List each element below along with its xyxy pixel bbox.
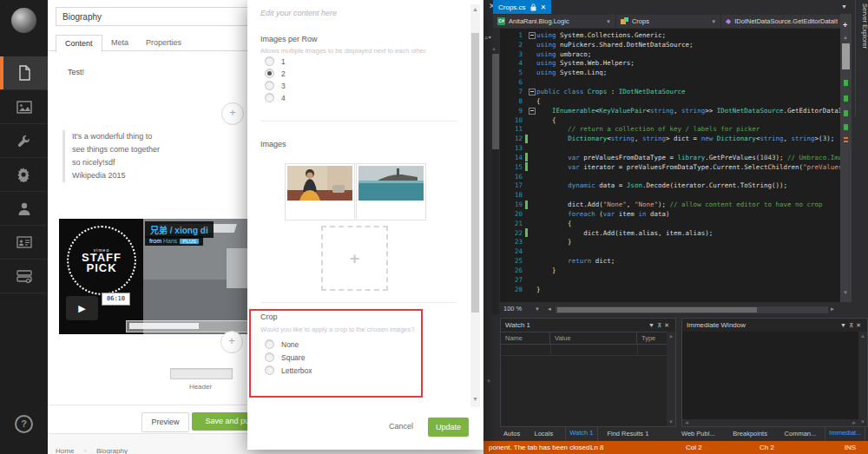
image-thumbnail-coast[interactable]	[356, 163, 426, 220]
code-line[interactable]: 15 var iterator = preValuesFromDataType.…	[500, 162, 840, 172]
editor-scrollbar-thumb[interactable]	[842, 43, 850, 69]
sidebar-item-content[interactable]	[0, 56, 48, 90]
code-line[interactable]: 14 var preValuesFromDataType = library.G…	[500, 153, 840, 162]
close-icon[interactable]: ✕	[664, 322, 672, 328]
sidebar-item-media[interactable]	[0, 90, 48, 124]
code-line[interactable]: 12 Dictionary<string, string> dict = new…	[500, 134, 840, 143]
scroll-right-icon[interactable]: ►	[852, 420, 857, 425]
project-dropdown[interactable]: C# AnitaRani.Blog.Logic ▼	[493, 15, 616, 28]
code-line[interactable]: 8{	[500, 96, 840, 106]
cancel-button[interactable]: Cancel	[389, 422, 413, 431]
radio-icon[interactable]	[265, 365, 274, 375]
scroll-up-icon[interactable]: ▲	[860, 333, 865, 339]
scroll-down-icon[interactable]: ▼	[860, 419, 865, 424]
video-author[interactable]: Hans	[163, 238, 177, 244]
tool-tab-watch-1[interactable]: Watch 1	[565, 427, 597, 442]
class-dropdown[interactable]: Crops ▼	[616, 15, 721, 28]
sidebar-item-developer[interactable]	[0, 158, 48, 192]
code-line[interactable]: 4using System.Web.Helpers;	[500, 59, 840, 69]
scroll-up-icon[interactable]: ▲	[491, 46, 496, 51]
code-line[interactable]: 21 {	[500, 219, 840, 228]
close-icon[interactable]: ✕	[856, 322, 864, 328]
radio-icon[interactable]	[265, 81, 274, 90]
code-line[interactable]: 20 foreach (var item in data)	[500, 209, 840, 219]
code-line[interactable]: 9 IEnumerable<KeyValuePair<string, strin…	[500, 106, 840, 115]
header-placeholder-field[interactable]	[170, 368, 233, 379]
pin-icon[interactable]: ⊼	[657, 322, 664, 328]
code-line[interactable]: 5using System.Linq;	[500, 68, 840, 77]
code-editor[interactable]: 1using System.Collections.Generic;2using…	[500, 29, 840, 304]
pin-icon[interactable]: ⊼	[849, 322, 856, 328]
split-editor-icon[interactable]: +	[843, 21, 847, 30]
code-line[interactable]: 24	[500, 247, 840, 256]
code-line[interactable]: 19 dict.Add("None", "None"); // allow co…	[500, 200, 840, 209]
radio-icon[interactable]	[265, 56, 274, 66]
preview-button[interactable]: Preview	[141, 412, 189, 432]
sidebar-item-settings[interactable]	[0, 124, 48, 158]
code-line[interactable]: 27	[500, 275, 840, 285]
tab-content[interactable]: Content	[56, 35, 102, 53]
tab-close-icon[interactable]: ✕	[541, 3, 547, 11]
code-line[interactable]: 2using nuPickers.Shared.DotNetDataSource…	[500, 40, 840, 49]
help-button[interactable]: ?	[15, 415, 33, 433]
zoom-level[interactable]: 100 %	[503, 305, 522, 313]
image-thumbnail-woman[interactable]	[285, 163, 355, 220]
immediate-title-bar[interactable]: Immediate Window ▼⊼✕	[682, 319, 867, 332]
scroll-down-icon[interactable]: ▼	[470, 394, 480, 404]
fold-collapse-icon[interactable]	[529, 88, 536, 95]
code-line[interactable]: 3using umbraco;	[500, 49, 840, 59]
play-button[interactable]: ▶	[66, 296, 98, 320]
tab-meta[interactable]: Meta	[111, 35, 128, 50]
crop-radio-none[interactable]: None	[265, 339, 299, 350]
radio-row-1[interactable]: 1	[265, 56, 286, 67]
tool-tab-locals[interactable]: Locals	[531, 427, 557, 441]
scroll-up-icon[interactable]: ▲	[668, 333, 674, 339]
code-line[interactable]: 28}	[500, 285, 840, 294]
window-menu-icon[interactable]: ▼	[840, 322, 849, 328]
crop-radio-letterbox[interactable]: Letterbox	[265, 365, 312, 376]
scroll-down-icon[interactable]: ▼	[486, 378, 491, 384]
scroll-down-icon[interactable]: ▼	[668, 419, 674, 424]
editor-tab-crops[interactable]: Crops.cs ✕	[493, 0, 551, 14]
dialog-scrollbar[interactable]: ▲ ▼	[470, 4, 480, 407]
radio-row-2[interactable]: 2	[265, 68, 286, 79]
server-explorer-tab[interactable]: Server Explorer	[855, 0, 868, 116]
breadcrumb-biography[interactable]: Biography	[96, 447, 128, 454]
horizontal-scrollbar-thumb[interactable]	[557, 307, 757, 313]
breadcrumb-home[interactable]: Home	[56, 447, 74, 454]
code-line[interactable]: 26 }	[500, 266, 840, 275]
scroll-up-icon[interactable]: ▲	[470, 4, 480, 14]
scroll-right-icon[interactable]: ►	[830, 306, 835, 312]
code-line[interactable]: 25 return dict;	[500, 256, 840, 266]
editor-scrollbar[interactable]: + ▲ ▼	[840, 14, 852, 302]
radio-icon[interactable]	[265, 339, 274, 349]
tool-tab-find-results-1[interactable]: Find Results 1	[603, 427, 652, 441]
code-line[interactable]: 22 dict.Add(item.alias, item.alias);	[500, 228, 840, 238]
tool-tab-breakpoints[interactable]: Breakpoints	[729, 427, 771, 441]
avatar[interactable]	[11, 8, 36, 33]
scroll-down-icon[interactable]: ▼	[843, 290, 848, 295]
code-line[interactable]: 10 {	[500, 115, 840, 125]
add-content-button-bottom[interactable]: +	[220, 331, 243, 353]
sidebar-item-forms[interactable]	[0, 260, 48, 293]
search-icon[interactable]: ⌕▾	[484, 34, 491, 43]
code-line[interactable]: 1using System.Collections.Generic;	[500, 30, 840, 40]
watch-scrollbar[interactable]: ▲ ▼	[667, 332, 675, 426]
watch-empty-row[interactable]	[501, 345, 675, 356]
member-dropdown[interactable]: ◆ IDotNetDataSource.GetEditorDataIt ▼	[721, 15, 852, 28]
add-content-button-top[interactable]: +	[221, 102, 244, 125]
watch-title-bar[interactable]: Watch 1 ▼⊼✕	[501, 319, 675, 332]
scrollbar-thumb[interactable]	[492, 54, 499, 149]
tab-properties[interactable]: Properties	[146, 35, 181, 50]
tool-tab-autos[interactable]: Autos	[500, 427, 523, 441]
scroll-left-icon[interactable]: ◄	[547, 306, 552, 312]
radio-icon[interactable]	[265, 69, 274, 78]
radio-icon[interactable]	[265, 93, 274, 102]
dialog-scrollbar-thumb[interactable]	[471, 33, 479, 313]
sidebar-item-members[interactable]	[0, 226, 48, 260]
window-menu-icon[interactable]: ▼	[648, 322, 657, 328]
code-line[interactable]: 7public class Crops : IDotNetDataSource	[500, 87, 840, 96]
radio-row-3[interactable]: 3	[265, 80, 286, 91]
code-line[interactable]: 18	[500, 190, 840, 200]
radio-row-4[interactable]: 4	[265, 92, 286, 103]
